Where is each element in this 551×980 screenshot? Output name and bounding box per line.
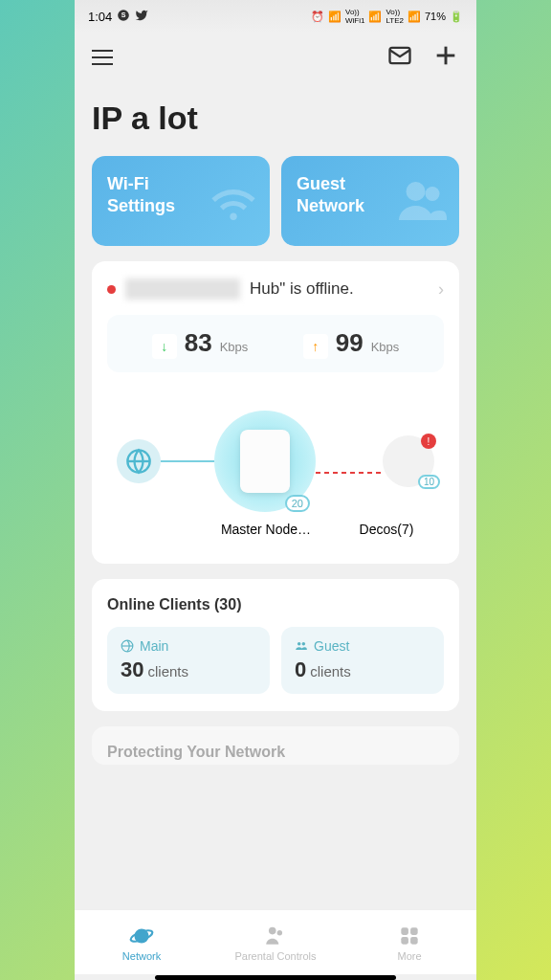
battery-label: 71% — [425, 11, 446, 22]
master-label: Master Node… — [209, 522, 323, 537]
deco-badge: 10 — [418, 475, 440, 489]
nav-more-label: More — [397, 950, 421, 962]
download-value: 83 — [185, 328, 212, 358]
connection-line-dashed — [316, 460, 383, 462]
add-button[interactable] — [432, 42, 459, 73]
status-text: Hub" is offline. — [250, 279, 429, 299]
upload-unit: Kbps — [371, 340, 400, 354]
alert-badge-icon: ! — [421, 434, 436, 449]
app-header — [75, 33, 476, 82]
main-word: clients — [147, 663, 188, 679]
download-arrow-icon: ↓ — [152, 334, 177, 359]
alarm-icon: ⏰ — [311, 11, 324, 23]
svg-point-17 — [277, 930, 282, 935]
top-tiles: Wi-Fi Settings Guest Network — [75, 156, 476, 261]
nav-more[interactable]: More — [342, 910, 476, 974]
menu-button[interactable] — [92, 50, 113, 65]
svg-point-12 — [298, 642, 301, 646]
grid-icon — [397, 924, 422, 948]
skype-icon: S — [117, 9, 130, 25]
wifi-icon — [205, 172, 262, 230]
protect-title: Protecting Your Network — [107, 744, 444, 761]
globe-icon — [125, 448, 152, 475]
family-icon — [263, 924, 288, 948]
deco-node[interactable]: ! 10 — [383, 435, 434, 487]
nav-network[interactable]: Network — [75, 910, 209, 974]
status-right: ⏰ 📶 Vo))WiFi1 📶 Vo))LTE2 📶 71% 🔋 — [311, 8, 463, 25]
upload-arrow-icon: ↑ — [303, 334, 328, 359]
upload-speed: ↑ 99 Kbps — [303, 328, 400, 359]
clock: 1:04 — [88, 10, 112, 24]
header-actions — [386, 42, 459, 73]
svg-point-5 — [407, 182, 426, 201]
signal-icon: Vo))WiFi1 — [345, 8, 364, 25]
guest-count: 0 — [295, 657, 306, 682]
twitter-icon — [135, 9, 148, 25]
chevron-right-icon: › — [438, 279, 444, 300]
planet-icon — [129, 924, 154, 948]
clients-tiles-row: Main 30 clients Guest 0 clients — [107, 627, 444, 694]
master-node[interactable]: 20 — [214, 411, 316, 512]
svg-rect-18 — [401, 927, 408, 935]
svg-rect-20 — [401, 937, 408, 945]
bottom-nav: Network Parental Controls More — [75, 909, 476, 974]
status-bar: 1:04 S ⏰ 📶 Vo))WiFi1 📶 Vo))LTE2 📶 71% 🔋 — [75, 0, 476, 33]
main-count: 30 — [121, 657, 143, 682]
clients-header: Online Clients (30) — [107, 596, 444, 613]
svg-rect-19 — [410, 927, 418, 935]
people-icon — [394, 172, 452, 230]
phone-screen: 1:04 S ⏰ 📶 Vo))WiFi1 📶 Vo))LTE2 📶 71% 🔋 — [75, 0, 476, 980]
sim2-icon: Vo))LTE2 — [386, 8, 404, 25]
master-badge: 20 — [285, 495, 310, 512]
app-title: IP a lot — [92, 100, 459, 137]
nav-parental[interactable]: Parental Controls — [209, 910, 342, 974]
signal-bars: 📶 — [368, 11, 382, 23]
main-clients-tile[interactable]: Main 30 clients — [107, 627, 270, 694]
internet-node[interactable] — [117, 439, 161, 483]
download-unit: Kbps — [220, 340, 249, 354]
network-status-card: Hub" is offline. › ↓ 83 Kbps ↑ 99 Kbps — [92, 261, 459, 564]
speed-card: ↓ 83 Kbps ↑ 99 Kbps — [107, 315, 444, 372]
main-label: Main — [140, 638, 168, 654]
svg-rect-21 — [410, 937, 418, 945]
wifi-icon: 📶 — [328, 11, 342, 23]
svg-point-13 — [302, 642, 306, 646]
download-speed: ↓ 83 Kbps — [152, 328, 249, 359]
svg-point-6 — [426, 187, 440, 201]
offline-dot-icon — [107, 285, 116, 294]
guest-clients-tile[interactable]: Guest 0 clients — [281, 627, 444, 694]
topology-labels: Master Node… Decos(7) — [107, 522, 444, 546]
globe-small-icon — [121, 639, 134, 653]
guest-word: clients — [310, 663, 351, 679]
upload-value: 99 — [336, 328, 364, 358]
nav-network-label: Network — [122, 950, 161, 962]
topology-map: 20 ! 10 — [107, 372, 444, 522]
offline-status-row[interactable]: Hub" is offline. › — [107, 278, 444, 300]
wifi-settings-tile[interactable]: Wi-Fi Settings — [92, 156, 270, 246]
guest-network-tile[interactable]: Guest Network — [281, 156, 459, 246]
nav-parental-label: Parental Controls — [235, 950, 317, 962]
connection-line-solid — [161, 460, 214, 462]
battery-icon: 🔋 — [450, 11, 463, 23]
svg-point-16 — [269, 926, 276, 934]
home-indicator — [155, 975, 396, 980]
deco-label: Decos(7) — [348, 522, 425, 537]
status-left: 1:04 S — [88, 9, 148, 25]
svg-text:S: S — [121, 11, 126, 18]
signal-bars2: 📶 — [408, 11, 421, 23]
protect-network-card[interactable]: Protecting Your Network — [92, 726, 459, 765]
people-small-icon — [295, 639, 308, 653]
mail-button[interactable] — [386, 42, 413, 73]
online-clients-card: Online Clients (30) Main 30 clients Gues… — [92, 579, 459, 711]
guest-label: Guest — [314, 638, 349, 654]
title-section: IP a lot — [75, 82, 476, 156]
hub-name-redacted — [125, 278, 240, 300]
